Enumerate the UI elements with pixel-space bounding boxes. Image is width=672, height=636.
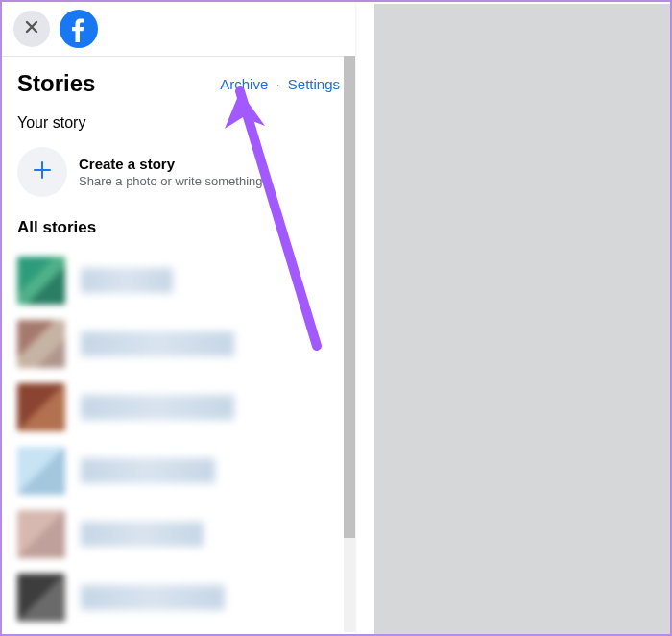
scrollbar-thumb[interactable]	[344, 56, 355, 538]
main-content-area	[374, 4, 670, 634]
close-icon	[23, 18, 40, 39]
avatar	[17, 574, 65, 622]
create-story-text: Create a story Share a photo or write so…	[79, 156, 266, 188]
title-row: Stories Archive · Settings	[17, 70, 340, 97]
story-item[interactable]	[13, 502, 344, 566]
link-separator: ·	[276, 76, 279, 92]
create-story-row[interactable]: Create a story Share a photo or write so…	[17, 139, 340, 212]
stories-sidebar: Stories Archive · Settings Your story Cr…	[2, 2, 355, 634]
your-story-title: Your story	[17, 114, 340, 132]
create-story-button[interactable]	[17, 147, 67, 197]
create-story-title: Create a story	[79, 156, 266, 172]
avatar	[17, 257, 65, 305]
avatar	[17, 383, 65, 431]
story-name-placeholder	[81, 458, 215, 483]
avatar	[17, 447, 65, 495]
story-item[interactable]	[13, 312, 344, 376]
story-name-placeholder	[81, 585, 225, 610]
story-item[interactable]	[13, 439, 344, 502]
story-item[interactable]	[13, 249, 344, 312]
header-links: Archive · Settings	[220, 76, 340, 92]
story-item[interactable]	[13, 566, 344, 629]
page-title: Stories	[17, 70, 95, 97]
create-story-subtitle: Share a photo or write something.	[79, 174, 266, 188]
plus-icon	[32, 159, 53, 184]
story-name-placeholder	[81, 268, 173, 293]
avatar	[17, 320, 65, 368]
story-list	[2, 249, 355, 629]
archive-link[interactable]: Archive	[220, 76, 268, 92]
avatar	[17, 510, 65, 558]
facebook-logo[interactable]	[60, 10, 98, 48]
story-item[interactable]	[13, 376, 344, 439]
close-button[interactable]	[13, 11, 50, 47]
story-name-placeholder	[81, 522, 204, 547]
all-stories-title: All stories	[17, 218, 340, 237]
facebook-icon	[60, 10, 98, 48]
story-name-placeholder	[81, 395, 234, 420]
story-name-placeholder	[81, 331, 234, 356]
settings-link[interactable]: Settings	[288, 76, 340, 92]
stories-header-section: Stories Archive · Settings Your story Cr…	[2, 57, 355, 249]
topbar	[2, 2, 355, 56]
